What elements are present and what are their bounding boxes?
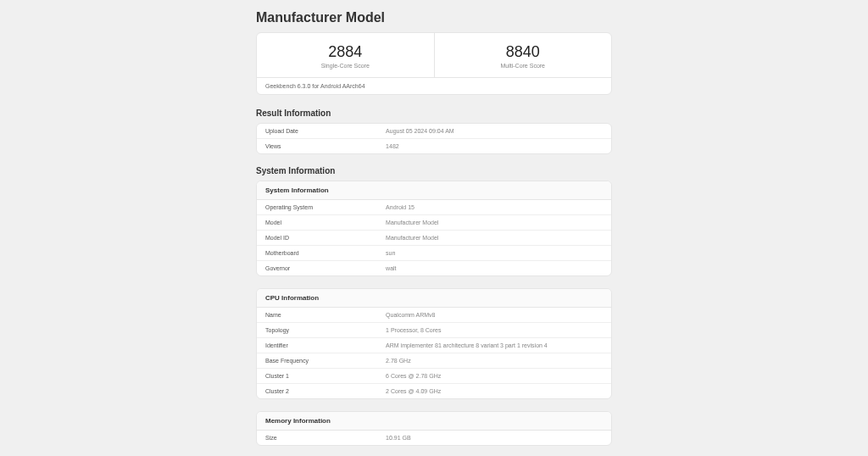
memory-info-card: Memory Information Size 10.91 GB — [256, 411, 612, 446]
row-label: Cluster 2 — [257, 384, 377, 398]
single-core-label: Single-Core Score — [264, 63, 427, 69]
table-row: Topology 1 Processor, 8 Cores — [257, 323, 611, 338]
row-value: 2 Cores @ 4.09 GHz — [377, 384, 611, 398]
system-info-card: System Information Operating System Andr… — [256, 181, 612, 276]
row-label: Name — [257, 308, 377, 322]
row-value: 2.78 GHz — [377, 353, 611, 368]
table-row: Model Manufacturer Model — [257, 215, 611, 231]
row-label: Base Frequency — [257, 353, 377, 368]
row-value: Android 15 — [377, 200, 611, 214]
row-label: Topology — [257, 323, 377, 337]
version-text: Geekbench 6.3.0 for Android AArch64 — [257, 77, 611, 94]
table-row: Identifier ARM implementer 81 architectu… — [257, 338, 611, 353]
multi-core-cell: 8840 Multi-Core Score — [435, 33, 612, 77]
cpu-info-card: CPU Information Name Qualcomm ARMv8 Topo… — [256, 288, 612, 399]
row-label: Model — [257, 215, 377, 230]
table-row: Cluster 2 2 Cores @ 4.09 GHz — [257, 384, 611, 398]
table-row: Upload Date August 05 2024 09:04 AM — [257, 124, 611, 139]
page-title: Manufacturer Model — [256, 10, 612, 25]
row-value: sun — [377, 246, 611, 260]
table-row: Model ID Manufacturer Model — [257, 231, 611, 246]
row-value: Manufacturer Model — [377, 231, 611, 245]
memory-card-header: Memory Information — [257, 412, 611, 431]
row-value: Manufacturer Model — [377, 215, 611, 230]
single-core-value: 2884 — [264, 43, 427, 61]
row-label: Size — [257, 431, 377, 445]
table-row: Views 1482 — [257, 139, 611, 153]
cpu-card-header: CPU Information — [257, 289, 611, 308]
multi-core-label: Multi-Core Score — [442, 63, 605, 69]
row-value: ARM implementer 81 architecture 8 varian… — [377, 338, 611, 353]
row-value: walt — [377, 261, 611, 275]
table-row: Governor walt — [257, 261, 611, 275]
row-value: 1482 — [377, 139, 611, 153]
table-row: Motherboard sun — [257, 246, 611, 261]
row-value: Qualcomm ARMv8 — [377, 308, 611, 322]
row-label: Governor — [257, 261, 377, 275]
row-label: Identifier — [257, 338, 377, 353]
row-label: Cluster 1 — [257, 369, 377, 383]
single-core-cell: 2884 Single-Core Score — [257, 33, 435, 77]
result-section-title: Result Information — [256, 108, 612, 118]
row-label: Upload Date — [257, 124, 377, 138]
row-label: Views — [257, 139, 377, 153]
table-row: Cluster 1 6 Cores @ 2.78 GHz — [257, 369, 611, 384]
system-card-header: System Information — [257, 181, 611, 200]
row-label: Model ID — [257, 231, 377, 245]
scores-card: 2884 Single-Core Score 8840 Multi-Core S… — [256, 32, 612, 95]
row-value: 6 Cores @ 2.78 GHz — [377, 369, 611, 383]
row-label: Motherboard — [257, 246, 377, 260]
table-row: Name Qualcomm ARMv8 — [257, 308, 611, 323]
page-container: Manufacturer Model 2884 Single-Core Scor… — [256, 0, 612, 446]
table-row: Size 10.91 GB — [257, 431, 611, 445]
scores-row: 2884 Single-Core Score 8840 Multi-Core S… — [257, 33, 611, 77]
table-row: Base Frequency 2.78 GHz — [257, 353, 611, 369]
row-value: 10.91 GB — [377, 431, 611, 445]
row-value: 1 Processor, 8 Cores — [377, 323, 611, 337]
row-label: Operating System — [257, 200, 377, 214]
table-row: Operating System Android 15 — [257, 200, 611, 215]
system-section-title: System Information — [256, 166, 612, 175]
multi-core-value: 8840 — [442, 43, 605, 61]
row-value: August 05 2024 09:04 AM — [377, 124, 611, 138]
result-info-card: Upload Date August 05 2024 09:04 AM View… — [256, 123, 612, 154]
